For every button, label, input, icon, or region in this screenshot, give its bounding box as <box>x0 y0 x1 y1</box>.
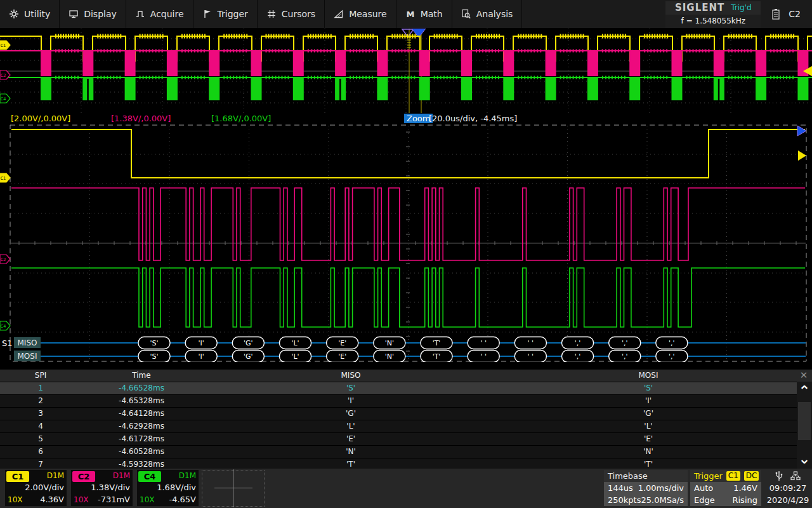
battery-icon <box>772 8 780 20</box>
timebase-scale: 1.00ms/div <box>638 482 684 494</box>
svg-text:'N': 'N' <box>385 339 394 347</box>
clock-zone: 09:09:27 2020/4/29 <box>764 470 812 506</box>
menu-bar: UtilityDisplayAcquireTriggerCursorsMeasu… <box>0 0 812 28</box>
trigger-type: Edge <box>694 494 715 506</box>
display-icon <box>69 9 79 19</box>
svg-text:'S': 'S' <box>150 339 158 347</box>
analysis-icon <box>461 9 471 19</box>
zoom-canvas: C1C2C4S1MISO'S''I''G''L''E''N''T'' '' ''… <box>0 124 812 362</box>
spi-decode-table: SPITimeMISOMOSI1-4.66528ms'S''S'2-4.6532… <box>0 370 812 469</box>
channel-badge: C2 <box>72 471 95 482</box>
svg-text:',': ',' <box>622 352 628 361</box>
menu-item-display[interactable]: Display <box>60 0 126 28</box>
timebase-title: Timebase <box>608 470 648 482</box>
svg-text:'S': 'S' <box>150 352 158 361</box>
main-waveform-view[interactable]: C1C2C4 <box>0 29 812 113</box>
table-close-button[interactable]: ✕ <box>798 370 809 380</box>
c1-trace-zoom <box>11 130 805 178</box>
gear-icon <box>9 9 19 19</box>
header-status: SIGLENT Trig'd f = 1.548055kHz C2 <box>665 0 812 28</box>
c1-scale-label: [2.00V/,0.00V] <box>11 114 70 123</box>
svg-text:'L': 'L' <box>291 339 299 347</box>
channel-badge: C4 <box>138 471 161 482</box>
channel-scale: 2.00V/div <box>25 483 64 492</box>
cursors-icon <box>266 9 277 19</box>
usb-icon <box>775 471 783 481</box>
menu-item-measure[interactable]: Measure <box>325 0 396 28</box>
timebase-samplerate: 25.0MSa/s <box>641 494 684 506</box>
scrollbar-thumb[interactable] <box>798 402 811 440</box>
svg-text:C4: C4 <box>1 324 6 329</box>
table-scrollbar[interactable]: ⌃ ⌄ <box>797 382 812 469</box>
brand-box: SIGLENT Trig'd f = 1.548055kHz <box>665 1 761 28</box>
timebase-points: 250kpts <box>608 494 641 506</box>
trigger-slope: Rising <box>732 494 757 506</box>
zoom-position-marker[interactable] <box>797 126 806 136</box>
status-bar: C1D1M2.00V/div10X4.36VC2D1M1.38V/div10X-… <box>0 469 812 508</box>
svg-text:' ': ' ' <box>528 339 534 347</box>
svg-text:' ': ' ' <box>528 352 534 361</box>
frequency-counter: f = 1.548055kHz <box>665 15 761 28</box>
trigger-title: Trigger <box>694 470 723 482</box>
svg-text:C1: C1 <box>1 43 6 48</box>
active-channel-indicator[interactable]: C2 <box>789 9 801 19</box>
svg-text:'E': 'E' <box>338 352 346 361</box>
menu-item-utility[interactable]: Utility <box>0 0 60 28</box>
channel-offset: -731mV <box>98 495 130 504</box>
zoom-waveform-view[interactable]: C1C2C4S1MISO'S''I''G''L''E''N''T'' '' ''… <box>0 124 812 362</box>
lan-icon <box>790 471 801 481</box>
acquire-icon <box>135 9 145 19</box>
svg-text:'L': 'L' <box>291 352 299 361</box>
siglent-logo: SIGLENT <box>675 2 724 13</box>
trigger-source-badge: C1 <box>726 471 740 481</box>
menu-item-math[interactable]: MMath <box>396 0 452 28</box>
channel-box-c1[interactable]: C1D1M2.00V/div10X4.36V <box>5 470 67 506</box>
svg-text:'I': 'I' <box>199 339 204 347</box>
clock-date: 2020/4/29 <box>764 494 812 506</box>
channel-probe: 10X <box>8 495 23 504</box>
channel-probe: 10X <box>140 495 155 504</box>
trigger-box[interactable]: Trigger C1 DC Auto 1.46V Edge Rising <box>690 470 761 506</box>
svg-text:',': ',' <box>575 352 581 361</box>
table-row[interactable]: 1-4.66528ms'S''S' <box>0 382 812 395</box>
channel-offset: -4.65V <box>169 495 196 504</box>
plus-icon <box>214 469 252 507</box>
scroll-down-button[interactable]: ⌄ <box>797 451 812 469</box>
menu-item-trigger[interactable]: Trigger <box>193 0 258 28</box>
table-header-row: SPITimeMISOMOSI <box>0 370 812 382</box>
table-row[interactable]: 5-4.61728ms'E''E' <box>0 433 812 446</box>
channel-box-c4[interactable]: C4D1M1.68V/div10X-4.65V <box>137 470 199 506</box>
table-row[interactable]: 6-4.60528ms'N''N' <box>0 446 812 458</box>
svg-text:'T': 'T' <box>433 339 441 347</box>
svg-text:C1: C1 <box>1 176 6 181</box>
menu-item-acquire[interactable]: Acquire <box>126 0 193 28</box>
table-row[interactable]: 4-4.62928ms'L''L' <box>0 420 812 433</box>
svg-text:'N': 'N' <box>385 352 394 361</box>
channel-offset: 4.36V <box>40 495 64 504</box>
svg-text:' ': ' ' <box>480 352 487 361</box>
channel-box-c2[interactable]: C2D1M1.38V/div10X-731mV <box>71 470 133 506</box>
svg-text:'I': 'I' <box>199 352 204 361</box>
trigger-status: Trig'd <box>731 3 751 12</box>
channel-label-row: [2.00V/,0.00V] [1.38V/,0.00V] [1.68V/,0.… <box>0 113 812 124</box>
svg-text:MOSI: MOSI <box>18 352 37 361</box>
table-row[interactable]: 2-4.65328ms'I''I' <box>0 395 812 408</box>
menu-item-cursors[interactable]: Cursors <box>258 0 325 28</box>
zoom-timebase-label: [20.0us/div, -4.45ms] <box>429 114 517 123</box>
svg-text:' ': ' ' <box>480 339 487 347</box>
c2-trace-zoom <box>11 188 805 260</box>
scroll-up-button[interactable]: ⌃ <box>797 383 812 401</box>
channel-scale: 1.68V/div <box>157 483 196 492</box>
channel-coupling: D1M <box>113 471 130 480</box>
zoom-trigger-level-marker[interactable] <box>798 150 806 161</box>
channel-badge: C1 <box>6 471 29 482</box>
svg-text:',': ',' <box>669 352 675 361</box>
table-row[interactable]: 3-4.64128ms'G''G' <box>0 408 812 420</box>
trigger-mode: Auto <box>694 482 713 494</box>
svg-text:C4: C4 <box>1 97 6 102</box>
timebase-box[interactable]: Timebase 144us 1.00ms/div 250kpts 25.0MS… <box>604 470 688 506</box>
svg-text:',': ',' <box>622 339 628 347</box>
menu-item-analysis[interactable]: Analysis <box>452 0 523 28</box>
svg-text:M: M <box>406 10 414 19</box>
add-channel-box[interactable] <box>202 470 265 507</box>
